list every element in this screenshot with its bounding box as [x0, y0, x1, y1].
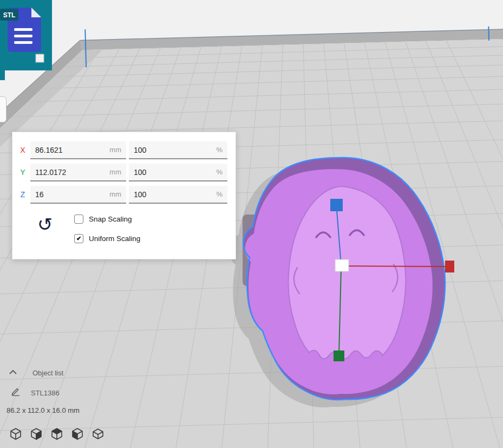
uniform-scaling-checkbox[interactable] — [74, 234, 83, 243]
scale-y-size-unit: mm — [109, 168, 121, 176]
axis-x-label: X — [18, 141, 28, 159]
gizmo-y-handle[interactable] — [334, 350, 344, 361]
scale-z-size-field: mm — [30, 186, 126, 204]
document-line — [14, 41, 32, 44]
scale-x-size-input[interactable] — [35, 146, 106, 154]
uniform-scaling-label: Uniform Scaling — [89, 235, 140, 243]
scale-z-size-unit: mm — [109, 190, 121, 198]
solid-right-view-icon[interactable] — [28, 426, 44, 442]
object-list-header[interactable]: Object list — [32, 369, 63, 377]
scale-x-percent-field: % — [129, 141, 227, 159]
object-dimensions: 86.2 x 112.0 x 16.0 mm — [6, 406, 80, 414]
badge-cube — [36, 54, 44, 62]
scale-z-percent-field: % — [129, 186, 227, 204]
scale-x-size-field: mm — [30, 141, 126, 159]
reset-scale-icon[interactable]: ↺ — [37, 213, 53, 235]
snap-scaling-checkbox[interactable] — [74, 215, 83, 224]
scale-z-percent-input[interactable] — [134, 190, 213, 199]
right-corner-marker — [488, 27, 489, 41]
scale-x-percent-input[interactable] — [134, 146, 213, 154]
badge-notch — [0, 70, 5, 80]
gizmo-z-handle[interactable] — [330, 199, 343, 211]
application-window: STL X mm % Y mm % Z mm % — [0, 0, 503, 448]
flat-slab-view-icon[interactable] — [90, 426, 106, 442]
scale-x-size-unit: mm — [109, 146, 121, 154]
gizmo-x-axis-line — [344, 266, 447, 267]
gizmo-center-handle[interactable] — [335, 259, 349, 271]
collapsed-panel-tab[interactable] — [0, 96, 6, 122]
scale-y-percent-input[interactable] — [134, 168, 213, 177]
scale-x-percent-unit: % — [216, 146, 223, 154]
scale-tool-panel: X mm % Y mm % Z mm % ↺ Snap — [12, 132, 236, 259]
scale-z-size-input[interactable] — [35, 190, 106, 199]
solid-left-view-icon[interactable] — [69, 426, 86, 442]
snap-scaling-label: Snap Scaling — [89, 215, 132, 223]
axis-y-label: Y — [18, 164, 28, 181]
document-line — [14, 35, 32, 37]
mold-cavity-ghost — [288, 186, 406, 359]
scale-y-percent-unit: % — [216, 168, 223, 176]
scale-z-percent-unit: % — [216, 190, 223, 198]
axis-z-label: Z — [18, 186, 28, 204]
collapse-caret-icon[interactable] — [9, 369, 17, 375]
stl-file-badge[interactable]: STL — [0, 0, 52, 81]
scale-y-size-input[interactable] — [35, 168, 106, 177]
scale-y-percent-field: % — [129, 164, 227, 181]
view-toolbar — [8, 426, 106, 442]
object-name[interactable]: STL1386 — [31, 389, 60, 397]
edit-pencil-icon[interactable] — [11, 386, 21, 396]
solid-top-view-icon[interactable] — [49, 426, 65, 442]
gizmo-x-handle[interactable] — [445, 261, 454, 272]
wireframe-view-icon[interactable] — [8, 426, 24, 442]
document-line — [14, 28, 32, 31]
stl-chip-label: STL — [3, 11, 16, 19]
scale-y-size-field: mm — [30, 164, 126, 181]
